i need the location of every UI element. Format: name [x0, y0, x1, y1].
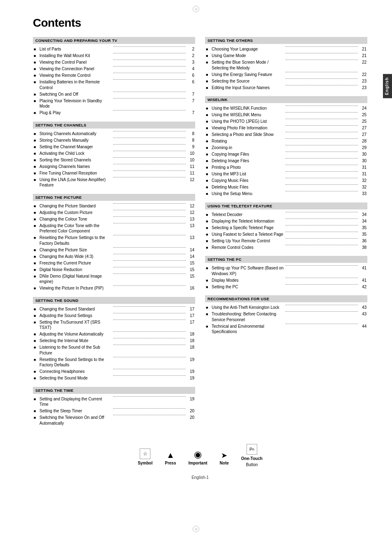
legend-symbol: ☆ Symbol — [138, 448, 152, 467]
list-item: ■Switching On and Off7 — [34, 92, 194, 97]
item-dots — [286, 184, 358, 185]
list-item: ■Changing the Auto Wide (4:3)14 — [34, 254, 194, 260]
item-dots — [286, 152, 358, 152]
item-text: Fine Tuning Channel Reception — [39, 170, 112, 176]
item-text: Resetting the Sound Settings to the Fact… — [39, 357, 112, 368]
list-item: ■Using the Anti-Theft Kensington Lock43 — [206, 305, 367, 310]
list-item: ■Choosing Your Language21 — [206, 46, 367, 52]
section: SETTING THE PC■Setting up Your PC Softwa… — [205, 256, 367, 290]
item-page-num: 18 — [187, 331, 194, 337]
bullet-icon: ■ — [34, 415, 38, 420]
item-text: Sorting the Stored Channels — [39, 157, 112, 163]
list-item: ■Resetting the Picture Settings to the F… — [34, 235, 194, 246]
bullet-icon: ■ — [206, 119, 210, 124]
item-dots — [286, 72, 358, 72]
bullet-icon: ■ — [34, 307, 38, 312]
bullet-icon: ■ — [34, 177, 38, 182]
item-page-num: 43 — [359, 305, 367, 310]
item-dots — [113, 396, 186, 397]
item-dots — [286, 284, 358, 285]
bullet-icon: ■ — [34, 223, 38, 228]
list-item: ■Using Fastext to Select a Teletext Page… — [206, 232, 367, 237]
bullet-icon: ■ — [34, 369, 38, 374]
item-dots — [286, 138, 358, 139]
item-page-num: 13 — [187, 223, 194, 229]
symbol-icon: ☆ — [140, 448, 150, 459]
item-dots — [286, 305, 358, 305]
item-text: Selecting a Specific Teletext Page — [212, 225, 284, 231]
item-page-num: 16 — [187, 285, 194, 291]
list-item: ■Installing the Wall Mount Kit2 — [34, 53, 194, 59]
list-item: ■Using the WISELINK Function24 — [206, 106, 367, 111]
bullet-icon: ■ — [206, 106, 210, 111]
bullet-icon: ■ — [206, 145, 210, 150]
item-text: Viewing the Connection Panel — [39, 66, 112, 72]
item-dots — [286, 106, 358, 106]
list-item: ■Display Modes41 — [206, 278, 367, 283]
list-item: ■Selecting the Internal Mute18 — [34, 338, 194, 344]
list-item: ■Digital Noise Reduction15 — [34, 267, 194, 273]
list-item: ■Viewing Photo File Information27 — [206, 125, 367, 131]
item-page-num: 2 — [187, 46, 194, 52]
item-page-num: 15 — [187, 274, 194, 279]
bullet-icon: ■ — [34, 92, 38, 97]
bullet-icon: ■ — [34, 60, 38, 65]
item-text: Installing the Wall Mount Kit — [39, 53, 112, 59]
item-dots — [113, 110, 186, 110]
item-dots — [113, 131, 186, 131]
item-dots — [286, 311, 358, 312]
item-page-num: 31 — [359, 171, 367, 177]
bullet-icon: ■ — [206, 232, 210, 237]
bullet-icon: ■ — [34, 261, 38, 266]
bullet-icon: ■ — [34, 164, 38, 169]
list-item: ■Copying Music Files32 — [206, 178, 367, 184]
section: WISELINK■Using the WISELINK Function24■U… — [205, 96, 367, 197]
list-item: ■Adjusting the Sound Settings17 — [34, 313, 194, 319]
bullet-icon: ■ — [206, 178, 210, 183]
item-page-num: 19 — [187, 375, 194, 381]
list-item: ■Setting up Your PC Software (Based on W… — [206, 265, 367, 276]
legend-important: ◉ Important — [189, 450, 208, 467]
item-dots — [113, 53, 186, 53]
item-dots — [113, 216, 186, 217]
item-dots — [286, 78, 358, 79]
item-text: Using the WISELINK Menu — [212, 112, 284, 118]
item-text: Troubleshooting: Before Contacting Servi… — [212, 311, 284, 322]
item-dots — [286, 212, 358, 212]
item-page-num: 22 — [359, 72, 367, 78]
section-items: ■Using the Anti-Theft Kensington Lock43■… — [205, 305, 367, 335]
press-icon: ▲ — [166, 451, 175, 459]
list-item: ■Installing Batteries in the Remote Cont… — [34, 79, 194, 90]
item-text: Copying Image Files — [212, 152, 284, 157]
item-dots — [113, 203, 186, 204]
item-page-num: 18 — [187, 345, 194, 350]
item-page-num: 21 — [359, 53, 367, 59]
item-page-num: 41 — [359, 278, 367, 283]
item-dots — [286, 265, 358, 266]
list-item: ■Editing the Input Source Names23 — [206, 85, 367, 91]
item-text: Setting the PC — [212, 284, 284, 290]
item-dots — [286, 119, 358, 119]
bullet-icon: ■ — [34, 131, 38, 136]
item-dots — [286, 145, 358, 145]
item-dots — [113, 138, 186, 138]
item-page-num: 7 — [187, 110, 194, 116]
bullet-icon: ■ — [34, 67, 38, 71]
list-item: ■Viewing the Picture In Picture (PIP)16 — [34, 285, 194, 291]
list-item: ■Copying Image Files30 — [206, 152, 367, 157]
item-page-num: 15 — [187, 260, 194, 266]
item-page-num: 25 — [359, 112, 367, 118]
list-item: ■Setting the Blue Screen Mode / Selectin… — [206, 60, 367, 71]
bullet-icon: ■ — [206, 172, 210, 177]
item-dots — [286, 85, 358, 85]
item-text: Using the Energy Saving Feature — [212, 72, 284, 78]
item-dots — [113, 46, 186, 47]
item-text: Changing the Colour Tone — [39, 216, 112, 222]
legend-note: ➤ Note — [220, 452, 229, 467]
list-item: ■Remote Control Codes38 — [206, 245, 367, 251]
item-dots — [286, 112, 358, 113]
item-page-num: 21 — [359, 46, 367, 52]
content-columns: CONNECTING AND PREPARING YOUR TV■List of… — [33, 37, 367, 432]
item-page-num: 27 — [359, 125, 367, 131]
item-page-num: 7 — [187, 98, 194, 104]
